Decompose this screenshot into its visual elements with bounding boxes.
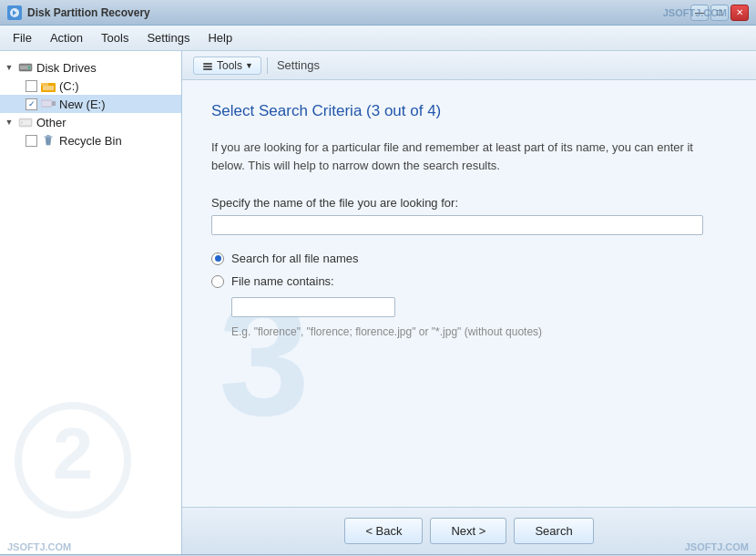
tree-c-drive[interactable]: (C:) xyxy=(0,77,181,95)
radio-all-files[interactable] xyxy=(211,252,224,265)
settings-label: Settings xyxy=(273,57,323,74)
main-layout: ▼ Disk Drives (C:) xyxy=(0,51,756,554)
tree-e-drive[interactable]: New (E:) xyxy=(0,95,181,113)
e-drive-checkbox[interactable] xyxy=(26,98,37,110)
recycle-bin-label: Recycle Bin xyxy=(59,134,122,148)
app-title: Disk Partition Recovery xyxy=(27,6,150,19)
app-icon xyxy=(7,5,22,20)
disk-drives-arrow[interactable]: ▼ xyxy=(4,62,15,73)
status-watermark-left: JSOFTJ.COM xyxy=(7,541,71,552)
back-button[interactable]: < Back xyxy=(344,518,423,544)
svg-rect-6 xyxy=(41,83,48,86)
menu-settings[interactable]: Settings xyxy=(138,27,199,48)
filename-contains-input[interactable] xyxy=(231,297,395,317)
tools-button[interactable]: Tools ▼ xyxy=(193,57,261,75)
disk-drives-label: Disk Drives xyxy=(36,61,97,75)
svg-rect-10 xyxy=(42,101,51,106)
field-label: Specify the name of the file you are loo… xyxy=(211,196,727,210)
status-watermark-right: JSOFTJ.COM xyxy=(685,541,749,552)
toolbar-strip: Tools ▼ Settings xyxy=(182,51,756,80)
tree-other[interactable]: ▼ Other xyxy=(0,113,181,131)
svg-rect-15 xyxy=(46,135,50,137)
c-drive-icon xyxy=(41,78,56,93)
left-panel: ▼ Disk Drives (C:) xyxy=(0,51,182,554)
menu-help[interactable]: Help xyxy=(199,27,241,48)
hint-text: E.g. "florence", "florence; florence.jpg… xyxy=(231,325,542,338)
menu-file[interactable]: File xyxy=(4,27,41,48)
title-bar: Disk Partition Recovery JSOFTJ.COM — □ ✕ xyxy=(0,0,756,26)
file-name-input[interactable] xyxy=(211,215,703,235)
page-title: Select Search Criteria (3 out of 4) xyxy=(211,102,727,120)
tree-disk-drives[interactable]: ▼ Disk Drives xyxy=(0,58,181,77)
next-button[interactable]: Next > xyxy=(430,518,506,544)
svg-point-13 xyxy=(21,122,23,124)
other-arrow[interactable]: ▼ xyxy=(4,117,15,128)
bottom-bar: < Back Next > Search xyxy=(182,507,756,554)
menu-action[interactable]: Action xyxy=(41,27,92,48)
radio-group: Search for all file names File name cont… xyxy=(211,252,727,338)
svg-point-3 xyxy=(28,67,31,69)
radio-filename-contains-option[interactable]: File name contains: xyxy=(211,274,727,288)
toolbar-separator xyxy=(267,57,268,74)
search-button[interactable]: Search xyxy=(514,518,593,544)
menu-tools[interactable]: Tools xyxy=(92,27,138,48)
radio-filename-contains-label: File name contains: xyxy=(231,274,334,288)
e-drive-icon xyxy=(41,97,56,111)
menu-bar: File Action Tools Settings Help xyxy=(0,26,756,51)
radio-all-files-option[interactable]: Search for all file names xyxy=(211,252,727,265)
c-drive-checkbox[interactable] xyxy=(26,80,37,92)
disk-drives-icon xyxy=(18,60,33,75)
c-drive-label: (C:) xyxy=(59,79,79,93)
radio-filename-contains[interactable] xyxy=(211,275,224,288)
svg-point-19 xyxy=(18,406,128,515)
tools-label: Tools xyxy=(217,59,242,72)
svg-rect-7 xyxy=(43,86,54,90)
close-button[interactable]: ✕ xyxy=(730,5,749,21)
svg-rect-4 xyxy=(20,70,31,71)
content-area: 3 Select Search Criteria (3 out of 4) If… xyxy=(182,80,756,507)
other-icon xyxy=(18,115,33,129)
tree-recycle-bin[interactable]: Recycle Bin xyxy=(0,131,181,149)
watermark-top-right: JSOFTJ.COM xyxy=(663,7,727,18)
svg-text:2: 2 xyxy=(53,413,94,494)
other-label: Other xyxy=(36,116,66,129)
svg-rect-9 xyxy=(52,101,56,106)
radio-all-files-label: Search for all file names xyxy=(231,252,358,265)
recycle-bin-checkbox[interactable] xyxy=(26,135,37,147)
svg-rect-21 xyxy=(203,63,212,65)
right-panel: Tools ▼ Settings 3 Select Search Criteri… xyxy=(182,51,756,554)
svg-rect-23 xyxy=(203,68,212,70)
svg-rect-22 xyxy=(203,66,212,67)
e-drive-label: New (E:) xyxy=(59,98,106,111)
recycle-bin-icon xyxy=(41,133,56,148)
description-text: If you are looking for a particular file… xyxy=(211,139,721,174)
tools-arrow-icon: ▼ xyxy=(245,61,253,70)
